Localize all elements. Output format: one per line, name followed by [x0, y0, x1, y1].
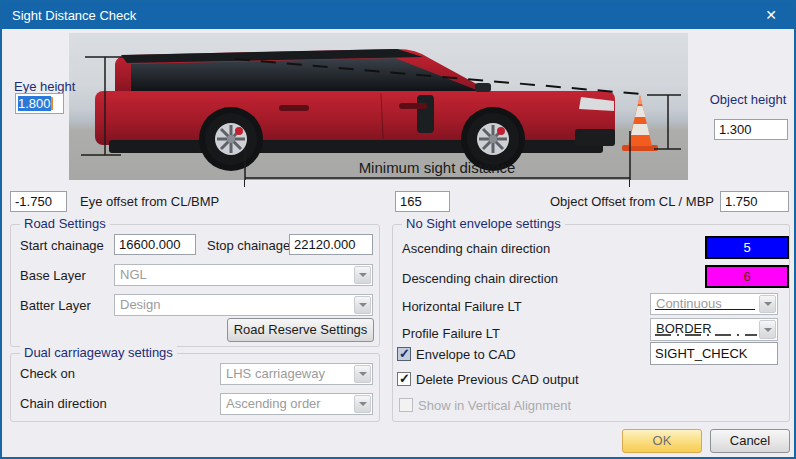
- object-offset-label: Object Offset from CL / MBP: [550, 194, 714, 209]
- base-layer-label: Base Layer: [20, 268, 86, 283]
- traffic-cone: [622, 95, 658, 151]
- batter-layer-select[interactable]: Design: [114, 294, 373, 316]
- dimension-tick: [629, 180, 630, 187]
- check-on-value: LHS carriageway: [226, 365, 352, 383]
- sight-distance-illustration: Minimum sight distance: [69, 33, 688, 180]
- sight-distance-input[interactable]: 165: [395, 191, 450, 212]
- chain-direction-value: Ascending order: [226, 395, 352, 413]
- road-reserve-settings-button[interactable]: Road Reserve Settings: [227, 318, 374, 342]
- show-vertical-alignment-label: Show in Vertical Alignment: [418, 398, 571, 413]
- batter-layer-value: Design: [120, 296, 352, 314]
- ascending-chain-label: Ascending chain direction: [402, 241, 550, 256]
- dashdot-line-preview: [655, 332, 757, 338]
- horizontal-failure-select[interactable]: Continuous: [650, 293, 778, 315]
- chevron-down-icon[interactable]: [354, 395, 371, 413]
- cad-layer-input[interactable]: SIGHT_CHECK: [650, 342, 778, 365]
- horizontal-failure-label: Horizontal Failure LT: [402, 299, 522, 314]
- check-on-label: Check on: [20, 366, 75, 381]
- chevron-down-icon[interactable]: [354, 266, 371, 284]
- dimension-tick: [244, 180, 245, 187]
- solid-line-preview: [655, 309, 755, 310]
- chain-direction-label: Chain direction: [20, 396, 107, 411]
- ascending-color-swatch[interactable]: 5: [705, 236, 789, 259]
- object-height-label: Object height: [707, 92, 789, 108]
- chevron-down-icon[interactable]: [354, 296, 371, 314]
- descending-color-swatch[interactable]: 6: [705, 265, 789, 288]
- check-icon: ✓: [399, 346, 410, 361]
- scene-graphics: Minimum sight distance: [69, 33, 688, 180]
- delete-previous-cad-label: Delete Previous CAD output: [416, 372, 579, 387]
- stop-chainage-input[interactable]: 22120.000: [289, 234, 373, 255]
- title-bar: Sight Distance Check ✕: [2, 2, 794, 29]
- chevron-down-icon[interactable]: [759, 320, 776, 339]
- delete-previous-cad-checkbox[interactable]: ✓: [397, 372, 411, 386]
- check-icon: ✓: [399, 371, 410, 386]
- window-title: Sight Distance Check: [12, 2, 136, 29]
- profile-failure-select[interactable]: BORDER: [650, 318, 778, 341]
- eye-height-value: 1.800: [18, 96, 51, 111]
- base-layer-select[interactable]: NGL: [114, 264, 373, 286]
- base-layer-value: NGL: [120, 266, 352, 284]
- chevron-down-icon[interactable]: [354, 365, 371, 383]
- envelope-to-cad-checkbox[interactable]: ✓: [397, 347, 411, 361]
- object-height-dimension: [647, 95, 681, 149]
- sight-distance-check-dialog: Sight Distance Check ✕: [0, 0, 796, 459]
- start-chainage-label: Start chainage: [20, 238, 104, 253]
- descending-chain-label: Descending chain direction: [402, 271, 558, 286]
- check-on-select[interactable]: LHS carriageway: [220, 363, 373, 385]
- stop-chainage-label: Stop chainage: [207, 238, 290, 253]
- envelope-to-cad-label: Envelope to CAD: [416, 347, 516, 362]
- eye-offset-input[interactable]: -1.750: [10, 191, 67, 212]
- chain-direction-select[interactable]: Ascending order: [220, 393, 373, 415]
- start-chainage-input[interactable]: 16600.000: [114, 234, 196, 255]
- object-offset-input[interactable]: 1.750: [720, 191, 789, 212]
- cancel-button[interactable]: Cancel: [710, 429, 790, 453]
- chevron-down-icon[interactable]: [759, 295, 776, 313]
- horizontal-failure-value: Continuous: [656, 295, 757, 313]
- object-height-input[interactable]: 1.300: [714, 119, 788, 140]
- profile-failure-label: Profile Failure LT: [402, 326, 500, 341]
- close-icon[interactable]: ✕: [748, 2, 794, 29]
- no-sight-envelope-legend: No Sight envelope settings: [402, 216, 565, 231]
- dual-carriageway-legend: Dual carriageway settings: [20, 345, 177, 360]
- car-illustration: [95, 49, 615, 171]
- show-vertical-alignment-checkbox[interactable]: [399, 398, 413, 412]
- eye-offset-label: Eye offset from CL/BMP: [80, 194, 219, 209]
- text-caret: [51, 97, 53, 110]
- road-settings-legend: Road Settings: [20, 216, 110, 231]
- eye-height-input[interactable]: 1.800: [15, 93, 64, 114]
- ok-button[interactable]: OK: [622, 429, 702, 453]
- batter-layer-label: Batter Layer: [20, 298, 91, 313]
- min-sight-distance-label: Minimum sight distance: [359, 159, 516, 176]
- eye-height-label: Eye height: [14, 79, 75, 94]
